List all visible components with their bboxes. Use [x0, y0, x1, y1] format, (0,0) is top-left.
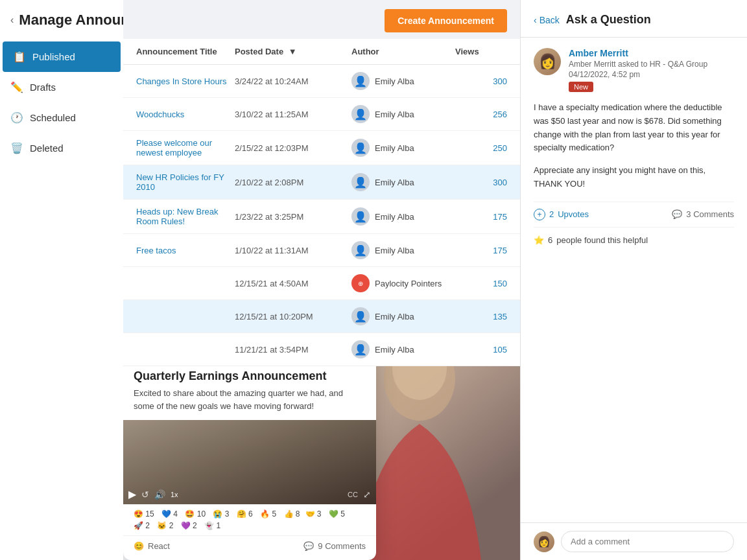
author-cell: 👤 Emily Alba — [351, 173, 455, 191]
date-cell: 2/15/22 at 12:03PM — [235, 143, 351, 153]
date-cell: 1/10/22 at 11:31AM — [235, 246, 351, 255]
upvote-button[interactable]: + 2 Upvotes — [534, 209, 589, 220]
playback-rate[interactable]: 1x — [171, 491, 178, 498]
questioner-avatar: 👩 — [534, 48, 561, 75]
comment-bubble-icon: 💬 — [672, 209, 682, 219]
react-button[interactable]: 😊 React — [134, 541, 170, 551]
helpful-label: people found this helpful — [556, 235, 648, 245]
card-reactions: 😍 15 💙 4 🤩 10 😭 3 🤗 6 🔥 5 👍 8 🤝 3 💚 5 🚀 … — [123, 504, 376, 535]
comment-icon: 💬 — [303, 541, 314, 551]
date-cell: 11/21/21 at 3:54PM — [235, 345, 351, 355]
views-cell: 256 — [455, 110, 507, 119]
react-icon: 😊 — [134, 541, 144, 551]
back-icon[interactable]: ‹ — [10, 14, 14, 26]
author-cell: 👤 Emily Alba — [351, 241, 455, 259]
upvote-label: Upvotes — [558, 209, 589, 219]
card-video: ▶ ↺ 🔊 1x CC ⤢ — [123, 420, 376, 504]
table-row: Woodchucks 3/10/22 at 11:25AM 👤 Emily Al… — [123, 98, 520, 131]
author-cell: 👤 Emily Alba — [351, 105, 455, 123]
views-cell: 250 — [455, 143, 507, 153]
comment-button[interactable]: 💬 9 Comments — [303, 541, 366, 551]
question-actions: + 2 Upvotes 💬 3 Comments — [534, 202, 734, 228]
author-cell: 👤 Emily Alba — [351, 139, 455, 157]
table-row: 12/15/21 at 10:20PM 👤 Emily Alba 135 — [123, 300, 520, 333]
sort-icon[interactable]: ▼ — [289, 47, 297, 56]
views-cell: 105 — [455, 345, 507, 355]
sidebar-item-drafts[interactable]: ✏️ Drafts — [0, 72, 123, 102]
page-header: ‹ Manage Announcements — [0, 4, 123, 36]
sidebar-item-scheduled[interactable]: 🕐 Scheduled — [0, 102, 123, 133]
announcement-card: 👩 Michelle Lambert shared an announcemen… — [123, 366, 376, 560]
plus-icon: + — [534, 209, 545, 220]
published-label: Published — [32, 51, 75, 62]
nav-items: 📋 Published ✏️ Drafts 🕐 Scheduled 🗑️ Del… — [0, 41, 123, 163]
table-row: Please welcome our newest employee 2/15/… — [123, 131, 520, 165]
cc-icon[interactable]: CC — [348, 491, 358, 498]
rewind-icon[interactable]: ↺ — [141, 489, 149, 500]
panel-title: Ask a Question — [566, 13, 651, 27]
announcement-link[interactable]: Heads up: New Break Room Rules! — [136, 207, 235, 226]
comment-count: 💬 3 Comments — [672, 209, 734, 219]
avatar: 👤 — [351, 307, 370, 325]
avatar: 👤 — [351, 207, 370, 226]
author-cell: 👤 Emily Alba — [351, 307, 455, 325]
sidebar-item-deleted[interactable]: 🗑️ Deleted — [0, 133, 123, 163]
new-badge: New — [569, 82, 593, 92]
views-cell: 175 — [455, 246, 507, 255]
col-title: Announcement Title — [136, 47, 235, 56]
announcement-link[interactable]: Changes In Store Hours — [136, 76, 235, 86]
announcement-link[interactable]: New HR Policies for FY 2010 — [136, 172, 235, 192]
comment-area: 👩 — [521, 522, 747, 560]
author-cell: ⊕ Paylocity Pointers — [351, 274, 455, 292]
commenter-avatar: 👩 — [534, 531, 554, 552]
card-description: Excited to share about the amazing quart… — [134, 387, 366, 412]
back-chevron-icon: ‹ — [534, 15, 537, 25]
comment-input[interactable] — [561, 531, 734, 552]
volume-icon[interactable]: 🔊 — [154, 489, 165, 500]
col-views: Views — [455, 47, 507, 56]
questioner-meta: Amber Merritt asked to HR - Q&A Group — [569, 60, 707, 69]
sidebar-item-published[interactable]: 📋 Published — [3, 41, 121, 72]
expand-icon[interactable]: ⤢ — [363, 489, 371, 500]
date-cell: 1/23/22 at 3:25PM — [235, 212, 351, 222]
table-row: 12/15/21 at 4:50AM ⊕ Paylocity Pointers … — [123, 267, 520, 300]
views-cell: 135 — [455, 312, 507, 321]
col-author: Author — [351, 47, 455, 56]
announcement-link[interactable]: Please welcome our newest employee — [136, 138, 235, 158]
scheduled-label: Scheduled — [30, 112, 76, 123]
author-cell: 👤 Emily Alba — [351, 72, 455, 90]
avatar: 👤 — [351, 72, 370, 90]
sidebar: ‹ Manage Announcements 📋 Published ✏️ Dr… — [0, 0, 123, 560]
bottom-area: 👩 Michelle Lambert shared an announcemen… — [123, 366, 520, 560]
panel-header: ‹ Back Ask a Question — [521, 0, 747, 38]
announcement-link[interactable]: Woodchucks — [136, 110, 235, 119]
date-cell: 12/15/21 at 10:20PM — [235, 312, 351, 321]
author-cell: 👤 Emily Alba — [351, 340, 455, 358]
views-cell: 300 — [455, 178, 507, 187]
avatar: 👤 — [351, 340, 370, 358]
views-cell: 175 — [455, 212, 507, 222]
avatar: 👤 — [351, 139, 370, 157]
table-row: Changes In Store Hours 3/24/22 at 10:24A… — [123, 65, 520, 98]
avatar: 👤 — [351, 105, 370, 123]
card-title: Quarterly Earnings Announcement — [134, 369, 366, 383]
play-button[interactable]: ▶ — [128, 488, 136, 500]
question-text-1: I have a specialty medication where the … — [534, 101, 734, 155]
avatar: 👤 — [351, 241, 370, 259]
questioner-name: Amber Merritt — [569, 48, 707, 58]
views-cell: 150 — [455, 279, 507, 288]
upvote-count: 2 — [549, 209, 554, 219]
drafts-label: Drafts — [30, 82, 56, 93]
author-cell: 👤 Emily Alba — [351, 207, 455, 226]
avatar: ⊕ — [351, 274, 370, 292]
date-cell: 3/24/22 at 10:24AM — [235, 76, 351, 86]
date-cell: 3/10/22 at 11:25AM — [235, 110, 351, 119]
back-button[interactable]: ‹ Back — [534, 15, 560, 25]
announcement-link[interactable]: Free tacos — [136, 246, 235, 255]
star-icon: ⭐ — [534, 235, 544, 245]
announcements-table: Announcement Title Posted Date ▼ Author … — [123, 39, 520, 366]
helpful-count: 6 — [548, 235, 552, 245]
scheduled-icon: 🕐 — [10, 111, 23, 124]
create-announcement-button[interactable]: Create Announcement — [385, 9, 507, 32]
question-text-2: Appreciate any insight you might have on… — [534, 164, 734, 191]
